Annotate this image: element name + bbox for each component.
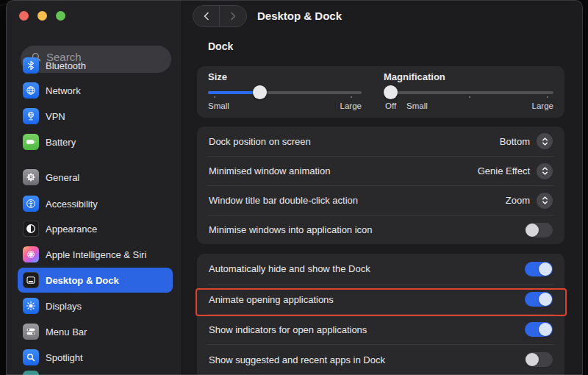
sidebar-item-bluetooth[interactable]: Bluetooth: [18, 53, 173, 78]
scale-label-large: Large: [532, 101, 553, 110]
sidebar-item-label: Menu Bar: [46, 326, 87, 338]
slider-thumb[interactable]: [253, 85, 267, 99]
page-title: Desktop & Dock: [257, 10, 342, 22]
forward-button[interactable]: [220, 6, 246, 26]
sidebar-item-spotlight[interactable]: Spotlight: [18, 345, 173, 370]
chevron-up-down-icon: [541, 165, 549, 176]
magnifier-icon: [23, 349, 39, 365]
scale-label-large: Large: [340, 101, 362, 110]
sidebar-item-label: Bluetooth: [46, 60, 86, 71]
sidebar-item-battery[interactable]: Battery: [18, 129, 173, 154]
scale-label-small: Small: [406, 101, 428, 110]
minimize-button[interactable]: [37, 11, 47, 21]
minimise-into-icon-row: Minimise windows into application icon: [207, 215, 554, 244]
scale-label-small: Small: [208, 101, 229, 110]
slider-tick: [351, 96, 352, 98]
sidebar-item-label: Battery: [46, 137, 76, 148]
sidebar-item-label: Apple Intelligence & Siri: [46, 249, 146, 260]
minimise-animation-select[interactable]: [537, 163, 553, 179]
chevron-right-icon: [229, 11, 237, 21]
zoom-button[interactable]: [56, 11, 65, 21]
slider-tick: [547, 96, 548, 98]
dock-size-slider-group: Size Small Large: [208, 71, 362, 112]
dock-options-card: Dock position on screen Bottom Minimised…: [197, 126, 564, 244]
sun-icon: [23, 298, 39, 314]
slider-fill: [208, 91, 257, 94]
sidebar-item-label: VPN: [46, 111, 65, 122]
sidebar-item-label: Spotlight: [46, 352, 83, 363]
row-label: Dock position on screen: [209, 136, 311, 147]
desktop-dock-icon: [23, 272, 39, 288]
row-label: Minimised window animation: [209, 165, 330, 176]
toggle-knob: [539, 293, 552, 306]
dock-position-select[interactable]: [537, 133, 553, 149]
titlebar-double-click-select[interactable]: [537, 193, 553, 209]
slider-tick: [469, 96, 470, 98]
magnification-slider[interactable]: [384, 85, 553, 100]
system-settings-window: Bluetooth Network VPN Battery General Ac…: [6, 0, 583, 375]
menu-bar-switches-icon: [23, 324, 39, 340]
titlebar-double-click-row: Window title bar double-click action Zoo…: [207, 185, 554, 215]
sidebar-item-vpn[interactable]: VPN: [18, 104, 173, 129]
globe-icon: [23, 82, 39, 99]
show-indicators-toggle[interactable]: [525, 322, 553, 337]
sidebar-item-menu-bar[interactable]: Menu Bar: [18, 319, 173, 344]
sidebar-item-apple-intelligence-siri[interactable]: Apple Intelligence & Siri: [18, 242, 173, 267]
chevron-up-down-icon: [541, 136, 549, 147]
dock-toggles-card: Automatically hide and show the Dock Ani…: [197, 254, 564, 375]
dock-position-row: Dock position on screen Bottom: [207, 126, 554, 156]
auto-hide-dock-row: Automatically hide and show the Dock: [207, 254, 554, 284]
toggle-knob: [539, 262, 552, 276]
sidebar-item-appearance[interactable]: Appearance: [18, 216, 173, 241]
sidebar: Bluetooth Network VPN Battery General Ac…: [6, 0, 182, 375]
toggle-knob: [526, 224, 539, 237]
close-button[interactable]: [19, 11, 29, 21]
slider-track[interactable]: [384, 91, 553, 94]
section-title-dock: Dock: [208, 40, 233, 52]
battery-icon: [23, 134, 39, 150]
auto-hide-dock-toggle[interactable]: [525, 262, 553, 276]
sidebar-item-label: General: [46, 172, 79, 183]
accessibility-icon: [23, 196, 39, 212]
minimise-into-icon-toggle[interactable]: [525, 223, 553, 238]
content-pane: Desktop & Dock Dock Size Small Large: [182, 0, 583, 375]
sidebar-item-displays[interactable]: Displays: [18, 293, 173, 318]
sidebar-item-label: Desktop & Dock: [46, 275, 119, 286]
sidebar-item-accessibility[interactable]: Accessibility: [18, 191, 173, 216]
bluetooth-icon: [23, 57, 39, 74]
sidebar-item-label: Network: [46, 85, 81, 96]
chevron-up-down-icon: [541, 195, 549, 206]
slider-tick: [214, 96, 215, 98]
row-label: Window title bar double-click action: [209, 195, 358, 206]
slider-thumb[interactable]: [384, 85, 398, 99]
magnification-slider-label: Magnification: [384, 71, 553, 83]
sidebar-item-label: Displays: [46, 301, 82, 312]
minimise-animation-row: Minimised window animation Genie Effect: [207, 156, 554, 185]
sidebar-item-network[interactable]: Network: [18, 78, 173, 103]
animate-opening-apps-toggle[interactable]: [525, 292, 553, 307]
size-slider-scale: Small Large: [208, 101, 362, 112]
sidebar-item-general[interactable]: General: [18, 165, 173, 190]
traffic-lights: [19, 11, 65, 21]
magnification-slider-group: Magnification Off Small Large: [384, 71, 553, 112]
row-label: Show suggested and recent apps in Dock: [209, 354, 385, 365]
show-suggested-apps-toggle[interactable]: [525, 352, 553, 367]
chevron-left-icon: [202, 11, 211, 21]
animate-opening-apps-row: Animate opening applications: [207, 284, 554, 314]
toggle-knob: [539, 323, 552, 336]
row-label: Automatically hide and show the Dock: [209, 263, 370, 274]
toggle-knob: [526, 353, 539, 366]
partially-visible-sidebar-icon: [23, 371, 39, 375]
row-label: Minimise windows into application icon: [209, 224, 373, 235]
size-slider-label: Size: [208, 71, 362, 83]
back-button[interactable]: [193, 6, 220, 26]
size-slider[interactable]: [208, 85, 362, 100]
sidebar-item-desktop-and-dock[interactable]: Desktop & Dock: [18, 268, 173, 293]
sliders-card: Size Small Large Magnification: [197, 66, 564, 118]
appearance-contrast-icon: [23, 221, 39, 237]
sidebar-item-label: Appearance: [46, 224, 97, 235]
siri-flower-icon: [23, 246, 39, 262]
dock-position-value: Bottom: [500, 136, 530, 147]
titlebar-double-click-value: Zoom: [506, 195, 530, 206]
sidebar-item-label: Accessibility: [46, 199, 98, 210]
